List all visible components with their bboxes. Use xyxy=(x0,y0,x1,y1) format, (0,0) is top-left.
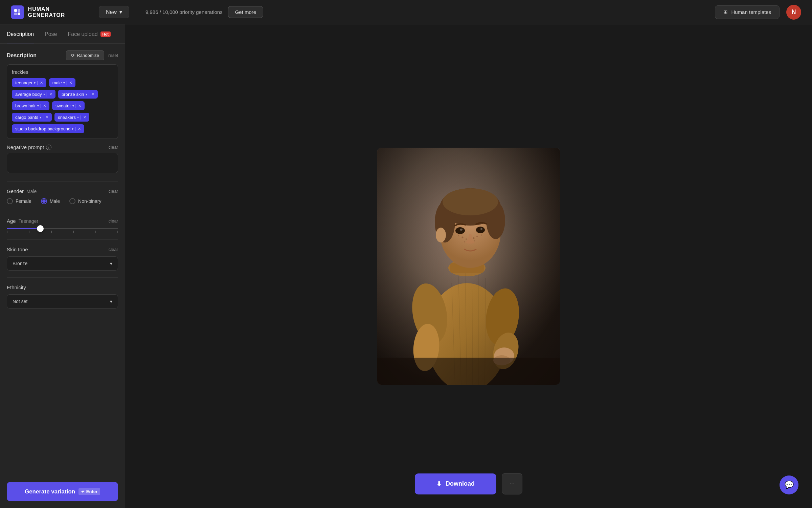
slider-thumb[interactable] xyxy=(37,225,44,232)
download-icon: ⬇ xyxy=(436,480,442,488)
generate-button[interactable]: Generate variation ↵ Enter xyxy=(7,482,118,501)
tag-chevron-icon: ▾ xyxy=(72,104,74,108)
svg-point-20 xyxy=(476,227,485,233)
radio-male-inner xyxy=(42,199,46,203)
age-slider[interactable] xyxy=(7,228,118,233)
app-logo-icon xyxy=(11,5,24,19)
age-value: Teenager xyxy=(19,218,38,224)
negative-prompt-input[interactable] xyxy=(7,153,118,173)
priority-text: 9,986 / 10,000 priority generations xyxy=(145,9,223,15)
randomize-button[interactable]: ⟳ Randomize xyxy=(66,50,104,60)
description-title: Description xyxy=(7,52,37,59)
generated-image xyxy=(377,148,560,385)
gender-clear[interactable]: clear xyxy=(109,189,118,194)
negative-prompt-title: Negative prompt i xyxy=(7,144,51,150)
info-icon: i xyxy=(46,145,51,150)
sidebar-content: Description ⟳ Randomize reset freckles t… xyxy=(0,44,125,475)
svg-point-21 xyxy=(460,229,463,231)
chevron-down-icon: ▾ xyxy=(110,299,112,304)
svg-point-23 xyxy=(436,228,446,242)
skin-tone-header: Skin tone clear xyxy=(7,247,118,252)
description-box[interactable]: freckles teenager ▾ | × male ▾ | × xyxy=(7,64,118,139)
tag-average-body[interactable]: average body ▾ | × xyxy=(12,90,55,99)
tag-chevron-icon: ▾ xyxy=(63,81,65,85)
tag-cargo-pants[interactable]: cargo pants ▾ | × xyxy=(12,113,52,122)
new-button[interactable]: New ▾ xyxy=(99,6,129,18)
svg-point-24 xyxy=(462,237,464,238)
tag-remove-icon[interactable]: × xyxy=(40,80,43,85)
tag-studio-backdrop[interactable]: studio backdrop background ▾ | × xyxy=(12,124,84,133)
svg-rect-1 xyxy=(18,9,20,12)
tag-bronze-skin[interactable]: bronze skin ▾ | × xyxy=(58,90,98,99)
gender-male[interactable]: Male xyxy=(41,198,60,204)
tag-remove-icon[interactable]: × xyxy=(49,91,52,97)
chat-icon: 💬 xyxy=(785,481,794,489)
chevron-down-icon: ▾ xyxy=(110,261,112,266)
skin-tone-clear[interactable]: clear xyxy=(109,247,118,252)
tag-sneakers[interactable]: sneakers ▾ | × xyxy=(54,113,89,122)
tags-area: teenager ▾ | × male ▾ | × average body xyxy=(12,78,113,133)
skin-tone-dropdown[interactable]: Bronze ▾ xyxy=(7,256,118,271)
user-avatar[interactable]: N xyxy=(786,5,801,20)
main-layout: Description Pose Face upload Hot Descrip… xyxy=(0,24,812,508)
tag-remove-icon[interactable]: × xyxy=(78,126,81,131)
tag-male[interactable]: male ▾ | × xyxy=(49,78,76,87)
human-templates-button[interactable]: ⊞ Human templates xyxy=(715,5,780,19)
tag-sweater[interactable]: sweater ▾ | × xyxy=(52,101,85,110)
enter-badge: ↵ Enter xyxy=(78,488,100,495)
more-options-button[interactable]: ··· xyxy=(502,473,522,494)
tag-remove-icon[interactable]: × xyxy=(92,91,94,97)
svg-point-27 xyxy=(476,236,478,237)
top-bar: HUMAN GENERATOR New ▾ 9,986 / 10,000 pri… xyxy=(0,0,812,24)
tab-face-upload[interactable]: Face upload Hot xyxy=(68,24,111,43)
download-button[interactable]: ⬇ Download xyxy=(415,473,496,494)
reset-link[interactable]: reset xyxy=(108,53,118,58)
svg-rect-2 xyxy=(14,13,17,15)
shuffle-icon: ⟳ xyxy=(71,53,75,58)
tag-chevron-icon: ▾ xyxy=(34,81,36,85)
tab-pose[interactable]: Pose xyxy=(45,24,57,43)
tag-chevron-icon: ▾ xyxy=(77,115,79,119)
grid-icon: ⊞ xyxy=(723,9,728,15)
slider-fill xyxy=(7,228,40,229)
svg-point-19 xyxy=(455,227,465,234)
tag-teenager[interactable]: teenager ▾ | × xyxy=(12,78,46,87)
svg-point-31 xyxy=(481,234,482,236)
chat-button[interactable]: 💬 xyxy=(780,475,798,494)
negative-prompt-header: Negative prompt i clear xyxy=(7,144,118,150)
tag-remove-icon[interactable]: × xyxy=(69,80,72,85)
svg-point-29 xyxy=(474,240,475,241)
gender-label: Gender Male xyxy=(7,188,37,194)
negative-prompt-clear[interactable]: clear xyxy=(109,145,118,150)
get-more-button[interactable]: Get more xyxy=(228,6,264,18)
tab-description[interactable]: Description xyxy=(7,24,34,43)
gender-nonbinary[interactable]: Non-binary xyxy=(69,198,101,204)
image-svg xyxy=(377,148,560,385)
radio-female-circle xyxy=(7,198,13,204)
hot-badge: Hot xyxy=(100,31,111,37)
svg-rect-0 xyxy=(14,9,17,12)
tag-remove-icon[interactable]: × xyxy=(46,114,48,120)
tag-remove-icon[interactable]: × xyxy=(78,103,81,108)
tag-remove-icon[interactable]: × xyxy=(43,103,46,108)
skin-tone-label: Skin tone xyxy=(7,247,28,252)
sidebar: Description Pose Face upload Hot Descrip… xyxy=(0,24,125,508)
tag-remove-icon[interactable]: × xyxy=(83,114,86,120)
svg-point-26 xyxy=(473,237,475,239)
tag-chevron-icon: ▾ xyxy=(86,92,87,96)
gender-header: Gender Male clear xyxy=(7,188,118,194)
gender-female[interactable]: Female xyxy=(7,198,31,204)
ethnicity-dropdown[interactable]: Not set ▾ xyxy=(7,294,118,309)
tag-brown-hair[interactable]: brown hair ▾ | × xyxy=(12,101,49,110)
tag-chevron-icon: ▾ xyxy=(37,104,39,108)
age-label: Age Teenager xyxy=(7,218,38,224)
ethnicity-label: Ethnicity xyxy=(7,284,26,290)
svg-point-22 xyxy=(480,228,482,230)
plain-text: freckles xyxy=(12,69,113,75)
tag-chevron-icon: ▾ xyxy=(72,127,73,131)
content-area: ⬇ Download ··· 💬 xyxy=(125,24,812,508)
svg-point-28 xyxy=(464,241,465,242)
slider-track xyxy=(7,228,118,229)
svg-rect-40 xyxy=(377,358,560,385)
age-clear[interactable]: clear xyxy=(109,218,118,224)
